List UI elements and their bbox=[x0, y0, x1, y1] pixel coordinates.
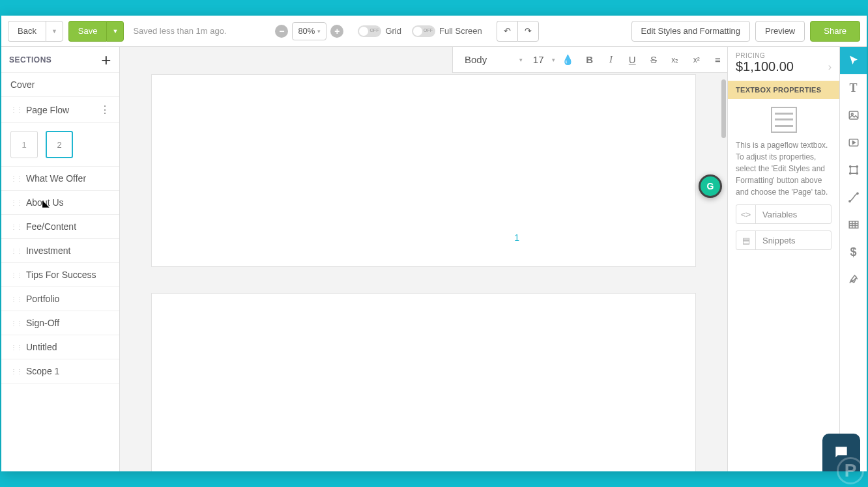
section-label: What We Offer bbox=[26, 173, 86, 184]
image-tool-icon[interactable] bbox=[840, 102, 867, 129]
zoom-in-button[interactable]: + bbox=[330, 25, 343, 38]
svg-point-7 bbox=[856, 173, 858, 174]
document-canvas[interactable]: Body▾ 17 ▾ 💧 B I U S x₂ x² ≡▾ ≡▾ ☰▾ ⋮≡▾ … bbox=[120, 47, 727, 471]
save-dropdown[interactable]: ▼ bbox=[106, 21, 124, 42]
text-tool-icon[interactable]: T bbox=[840, 74, 867, 102]
edit-styles-button[interactable]: Edit Styles and Formatting bbox=[631, 21, 750, 42]
section-item-tips[interactable]: ⋮⋮Tips For Success bbox=[1, 263, 119, 287]
section-label: Scope 1 bbox=[26, 366, 59, 376]
pricing-label: PRICING bbox=[736, 52, 832, 59]
svg-point-8 bbox=[848, 201, 850, 202]
page-thumbs: 1 2 bbox=[1, 123, 119, 167]
zoom-select[interactable]: 80%▾ bbox=[292, 22, 326, 40]
variables-button[interactable]: <> Variables bbox=[736, 204, 832, 224]
drag-handle-icon[interactable]: ⋮⋮ bbox=[10, 320, 22, 327]
section-item-cover[interactable]: Cover bbox=[1, 73, 119, 97]
section-item-what-we-offer[interactable]: ⋮⋮What We Offer bbox=[1, 167, 119, 191]
toggle-off-label: OFF bbox=[369, 28, 379, 33]
snippets-button[interactable]: ▤ Snippets bbox=[736, 230, 832, 250]
variables-label: Variables bbox=[756, 210, 803, 219]
section-item-scope-1[interactable]: ⋮⋮Scope 1 bbox=[1, 359, 119, 383]
textbox-icon bbox=[771, 107, 797, 133]
drag-handle-icon[interactable]: ⋮⋮ bbox=[10, 344, 22, 351]
line-tool-icon[interactable] bbox=[840, 184, 867, 211]
chevron-right-icon[interactable]: › bbox=[828, 61, 832, 73]
section-item-fee-content[interactable]: ⋮⋮Fee/Content bbox=[1, 215, 119, 239]
zoom-value: 80% bbox=[298, 26, 315, 36]
document-page-1[interactable]: 1 bbox=[151, 74, 696, 267]
drag-handle-icon[interactable]: ⋮⋮ bbox=[10, 199, 22, 206]
pricing-tool-icon[interactable]: $ bbox=[840, 238, 867, 266]
app-window: Back ▼ Save ▼ Saved less than 1m ago. − … bbox=[1, 16, 867, 471]
table-tool-icon[interactable] bbox=[840, 211, 867, 238]
drag-handle-icon[interactable]: ⋮⋮ bbox=[10, 368, 22, 375]
grid-label: Grid bbox=[385, 26, 401, 36]
drag-handle-icon[interactable]: ⋮⋮ bbox=[10, 175, 22, 182]
zoom-out-button[interactable]: − bbox=[275, 25, 288, 38]
shape-tool-icon[interactable] bbox=[840, 156, 867, 184]
underline-button[interactable]: U bbox=[624, 50, 641, 70]
pricing-section[interactable]: PRICING $1,100.00 › bbox=[728, 47, 839, 74]
section-item-investment[interactable]: ⋮⋮Investment bbox=[1, 239, 119, 263]
center-controls: − 80%▾ + OFF Grid OFF Full Screen ↶ ↷ bbox=[275, 21, 538, 42]
bold-button[interactable]: B bbox=[581, 50, 598, 70]
save-button[interactable]: Save bbox=[68, 21, 107, 42]
top-toolbar: Back ▼ Save ▼ Saved less than 1m ago. − … bbox=[1, 16, 867, 47]
back-button[interactable]: Back bbox=[8, 21, 46, 42]
caret-down-icon: ▼ bbox=[112, 28, 118, 35]
redo-button[interactable]: ↷ bbox=[517, 21, 539, 42]
section-label: Page Flow bbox=[26, 105, 69, 115]
page-thumb-1[interactable]: 1 bbox=[10, 131, 38, 158]
section-item-portfolio[interactable]: ⋮⋮Portfolio bbox=[1, 287, 119, 311]
caret-down-icon[interactable]: ▾ bbox=[552, 57, 555, 63]
line-spacing-button[interactable]: ≡ bbox=[709, 50, 727, 70]
variables-icon: <> bbox=[736, 205, 756, 223]
add-section-button[interactable]: + bbox=[101, 51, 111, 68]
section-label: Cover bbox=[10, 79, 35, 90]
fullscreen-label: Full Screen bbox=[439, 26, 482, 36]
video-tool-icon[interactable] bbox=[840, 129, 867, 156]
signature-tool-icon[interactable] bbox=[840, 266, 867, 293]
share-button[interactable]: Share bbox=[810, 21, 860, 42]
subscript-button[interactable]: x₂ bbox=[666, 50, 684, 70]
section-label: Tips For Success bbox=[26, 270, 96, 280]
svg-rect-10 bbox=[849, 221, 858, 229]
drag-handle-icon[interactable]: ⋮⋮ bbox=[10, 271, 22, 279]
drag-handle-icon[interactable]: ⋮⋮ bbox=[10, 106, 22, 113]
drag-handle-icon[interactable]: ⋮⋮ bbox=[10, 247, 22, 255]
section-item-about-us[interactable]: ⋮⋮About Us bbox=[1, 191, 119, 215]
document-page-2[interactable]: Click to add c... bbox=[151, 293, 696, 471]
superscript-button[interactable]: x² bbox=[687, 50, 705, 70]
caret-down-icon: ▾ bbox=[317, 28, 321, 35]
fullscreen-toggle[interactable]: OFF bbox=[412, 25, 435, 37]
pricing-amount: $1,100.00 bbox=[736, 59, 794, 74]
section-label: Untitled bbox=[26, 342, 57, 352]
font-size-input[interactable]: 17 bbox=[528, 54, 548, 65]
section-item-untitled[interactable]: ⋮⋮Untitled bbox=[1, 335, 119, 359]
text-color-icon[interactable]: 💧 bbox=[559, 50, 577, 70]
paragraph-style-select[interactable]: Body▾ bbox=[459, 51, 525, 68]
strikethrough-button[interactable]: S bbox=[645, 50, 663, 70]
preview-button[interactable]: Preview bbox=[755, 21, 805, 42]
sections-header: SECTIONS + bbox=[1, 47, 119, 73]
section-more-icon[interactable]: ⋮ bbox=[100, 104, 110, 116]
section-item-page-flow[interactable]: ⋮⋮Page Flow ⋮ bbox=[1, 97, 119, 123]
drag-handle-icon[interactable]: ⋮⋮ bbox=[10, 296, 22, 303]
svg-rect-3 bbox=[850, 167, 857, 174]
undo-button[interactable]: ↶ bbox=[497, 21, 517, 42]
watermark-logo: P bbox=[837, 457, 864, 484]
section-label: Fee/Content bbox=[26, 221, 76, 232]
back-dropdown[interactable]: ▼ bbox=[46, 21, 63, 42]
sections-list: Cover ⋮⋮Page Flow ⋮ 1 2 ⋮⋮What We Offer … bbox=[1, 73, 119, 383]
grammarly-badge[interactable]: G bbox=[699, 174, 722, 198]
vertical-scrollbar-thumb[interactable] bbox=[721, 79, 726, 138]
sections-title: SECTIONS bbox=[9, 55, 51, 64]
page-thumb-2[interactable]: 2 bbox=[46, 131, 73, 158]
section-label: Portfolio bbox=[26, 294, 59, 304]
grid-toggle[interactable]: OFF bbox=[358, 25, 381, 37]
drag-handle-icon[interactable]: ⋮⋮ bbox=[10, 223, 22, 230]
snippets-icon: ▤ bbox=[736, 231, 756, 249]
pointer-tool-icon[interactable] bbox=[840, 47, 867, 74]
section-item-sign-off[interactable]: ⋮⋮Sign-Off bbox=[1, 311, 119, 335]
italic-button[interactable]: I bbox=[602, 50, 620, 70]
